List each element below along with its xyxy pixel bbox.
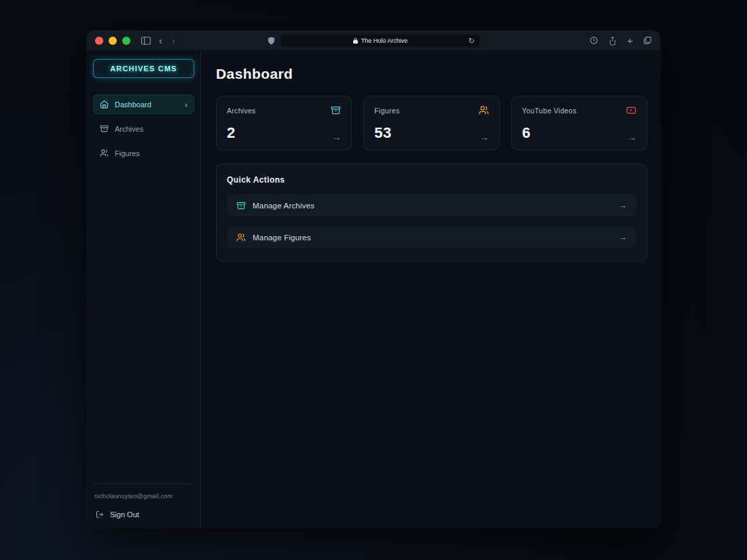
tab-overview-icon[interactable]: [643, 36, 652, 45]
stat-value: 2: [227, 124, 236, 142]
sign-out-label: Sign Out: [110, 510, 139, 519]
app-content: ARCHIVES CMS Dashboard › Archives: [87, 51, 660, 528]
users-icon: [100, 149, 109, 157]
sidebar-nav: Dashboard › Archives Figures: [93, 94, 194, 163]
arrow-right-icon: →: [627, 133, 636, 142]
stats-row: Archives 2 → Figures: [216, 96, 647, 151]
arrow-right-icon: →: [618, 233, 627, 242]
quick-action-manage-archives[interactable]: Manage Archives →: [227, 194, 636, 217]
browser-toolbar: ‹ › The Holo Archive ↻ +: [87, 31, 660, 51]
app-logo-text: ARCHIVES CMS: [110, 64, 177, 73]
browser-window: ‹ › The Holo Archive ↻ +: [87, 31, 660, 528]
logout-icon: [96, 510, 104, 519]
archive-icon: [236, 201, 246, 210]
app-logo: ARCHIVES CMS: [93, 59, 194, 78]
close-window-button[interactable]: [95, 37, 103, 45]
lock-icon: [353, 37, 358, 43]
zoom-window-button[interactable]: [122, 37, 130, 45]
sidebar-item-archives[interactable]: Archives: [93, 119, 194, 138]
stat-label: Archives: [227, 107, 256, 115]
sidebar-item-label: Archives: [115, 125, 143, 133]
stat-label: Figures: [374, 107, 399, 115]
sidebar: ARCHIVES CMS Dashboard › Archives: [87, 51, 201, 528]
stat-card-figures[interactable]: Figures 53 →: [363, 96, 499, 151]
users-icon: [479, 105, 489, 115]
minimize-window-button[interactable]: [109, 37, 117, 45]
sidebar-item-label: Dashboard: [115, 100, 151, 109]
quick-action-label: Manage Archives: [253, 202, 314, 210]
arrow-right-icon: →: [618, 201, 627, 210]
privacy-shield-icon[interactable]: [268, 36, 275, 45]
arrow-right-icon: →: [332, 133, 341, 142]
sign-out-button[interactable]: Sign Out: [94, 510, 193, 519]
main-content: Dashboard Archives 2 →: [201, 51, 660, 528]
toolbar-right-icons: +: [589, 35, 652, 46]
stat-value: 53: [374, 124, 391, 142]
forward-button[interactable]: ›: [170, 35, 177, 45]
address-bar[interactable]: The Holo Archive ↻: [281, 34, 479, 47]
extensions-icon[interactable]: [589, 36, 598, 45]
site-title: The Holo Archive: [361, 37, 408, 44]
address-bar-group: The Holo Archive ↻: [268, 34, 479, 47]
stat-value: 6: [522, 124, 531, 142]
sidebar-item-dashboard[interactable]: Dashboard ›: [93, 94, 194, 114]
archive-icon: [331, 105, 341, 115]
sidebar-item-figures[interactable]: Figures: [93, 143, 194, 163]
share-icon[interactable]: [608, 36, 617, 45]
quick-action-manage-figures[interactable]: Manage Figures →: [227, 226, 636, 248]
quick-actions-card: Quick Actions Manage Archives → Manage F…: [216, 164, 647, 261]
stat-card-archives[interactable]: Archives 2 →: [216, 96, 352, 151]
quick-actions-title: Quick Actions: [227, 175, 636, 185]
window-controls: [95, 37, 130, 45]
home-icon: [100, 100, 109, 109]
chevron-right-icon: ›: [185, 100, 187, 109]
stat-label: YouTube Videos: [522, 107, 577, 115]
quick-action-label: Manage Figures: [253, 234, 311, 242]
users-icon: [236, 233, 246, 242]
user-email: nicholasnuyten@gmail.com: [94, 493, 193, 500]
archive-icon: [100, 124, 109, 133]
stat-card-youtube-videos[interactable]: YouTube Videos 6 →: [511, 96, 647, 151]
back-button[interactable]: ‹: [158, 35, 164, 45]
youtube-icon: [626, 105, 636, 115]
sidebar-footer: nicholasnuyten@gmail.com Sign Out: [93, 483, 194, 519]
sidebar-item-label: Figures: [115, 149, 140, 157]
refresh-icon[interactable]: ↻: [469, 36, 475, 45]
arrow-right-icon: →: [480, 133, 489, 142]
sidebar-toggle-icon[interactable]: [141, 37, 151, 45]
new-tab-icon[interactable]: +: [627, 35, 633, 46]
page-title: Dashboard: [216, 66, 647, 82]
